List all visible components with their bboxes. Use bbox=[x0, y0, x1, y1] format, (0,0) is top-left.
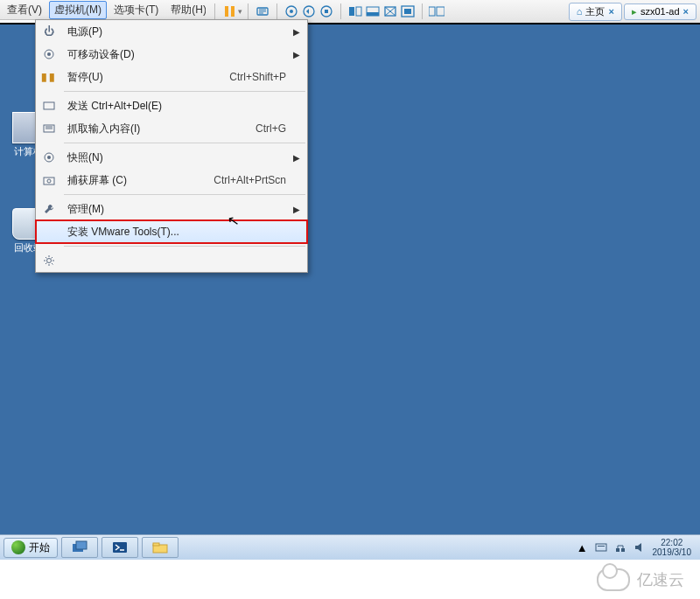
toolbar-separator bbox=[214, 3, 215, 19]
gear-icon bbox=[43, 254, 55, 267]
submenu-arrow-icon: ▶ bbox=[293, 205, 300, 214]
pause-icon: ▮▮ bbox=[41, 71, 57, 83]
tab-label: szx01-ad bbox=[640, 6, 680, 17]
pause-button[interactable] bbox=[220, 3, 238, 20]
taskbar-pin-explorer[interactable] bbox=[142, 537, 178, 558]
menu-view[interactable]: 查看(V) bbox=[2, 1, 47, 19]
tray-volume-icon[interactable] bbox=[634, 541, 646, 554]
guest-taskbar: 开始 ▲ 22:02 2019/3/10 bbox=[0, 534, 700, 560]
svg-rect-26 bbox=[44, 102, 54, 109]
svg-rect-13 bbox=[429, 7, 435, 16]
explorer-icon bbox=[151, 540, 169, 554]
svg-rect-21 bbox=[598, 546, 605, 547]
windows-orb-icon bbox=[11, 540, 25, 554]
svg-point-25 bbox=[47, 52, 51, 56]
wrench-icon bbox=[43, 203, 55, 215]
toolbar-separator bbox=[248, 3, 248, 19]
menu-item-power[interactable]: ⏻ 电源(P) ▶ bbox=[36, 20, 307, 43]
home-icon: ⌂ bbox=[577, 6, 583, 17]
svg-rect-16 bbox=[76, 541, 87, 549]
watermark-bar: 亿速云 bbox=[0, 560, 700, 599]
svg-rect-7 bbox=[356, 7, 361, 16]
menu-divider bbox=[64, 194, 305, 195]
start-button[interactable]: 开始 bbox=[4, 538, 58, 558]
menu-item-settings[interactable] bbox=[36, 249, 307, 272]
snapshot-revert-button[interactable] bbox=[300, 3, 318, 20]
menu-item-capture-screen[interactable]: 捕获屏幕 (C) Ctrl+Alt+PrtScn bbox=[36, 169, 307, 192]
menu-vm[interactable]: 虚拟机(M) bbox=[49, 1, 107, 19]
menu-item-send-cad[interactable]: 发送 Ctrl+Alt+Del(E) bbox=[36, 94, 307, 117]
menu-tabs[interactable]: 选项卡(T) bbox=[108, 1, 164, 19]
tab-strip: ⌂ 主页 × ▸ szx01-ad × bbox=[569, 3, 696, 21]
tab-close-icon[interactable]: × bbox=[683, 6, 689, 17]
library-button[interactable] bbox=[428, 3, 445, 20]
usb-icon bbox=[43, 48, 55, 60]
send-icon bbox=[43, 101, 55, 111]
svg-rect-12 bbox=[404, 9, 411, 14]
tab-close-icon[interactable]: × bbox=[608, 6, 613, 17]
menu-item-suspend[interactable]: ▮▮ 暂停(U) Ctrl+Shift+P bbox=[36, 66, 307, 88]
svg-point-2 bbox=[290, 10, 293, 13]
send-cad-button[interactable] bbox=[254, 3, 271, 20]
toolbar-separator bbox=[276, 3, 277, 19]
toolbar-separator bbox=[422, 3, 423, 19]
watermark-text: 亿速云 bbox=[637, 569, 684, 590]
system-tray: ▲ 22:02 2019/3/10 bbox=[577, 538, 696, 557]
menu-item-install-vmware-tools[interactable]: 安装 VMware Tools(T)... bbox=[35, 219, 308, 244]
svg-rect-30 bbox=[44, 178, 54, 185]
svg-point-31 bbox=[47, 179, 51, 183]
menu-item-removable[interactable]: 可移动设备(D) ▶ bbox=[36, 43, 307, 66]
tray-action-center-icon[interactable] bbox=[595, 541, 607, 554]
tray-network-icon[interactable] bbox=[614, 541, 626, 554]
server-manager-icon bbox=[71, 540, 88, 554]
vm-menu: ⏻ 电源(P) ▶ 可移动设备(D) ▶ ▮▮ 暂停(U) Ctrl+Shift… bbox=[35, 19, 308, 273]
svg-point-29 bbox=[47, 156, 51, 159]
snapshot-take-button[interactable] bbox=[283, 3, 300, 20]
svg-rect-20 bbox=[596, 544, 606, 551]
svg-rect-6 bbox=[349, 7, 354, 16]
capture-icon bbox=[43, 175, 55, 185]
powershell-icon bbox=[111, 540, 129, 554]
view-fullscreen-button[interactable] bbox=[399, 3, 416, 20]
svg-rect-14 bbox=[437, 7, 444, 16]
tab-home[interactable]: ⌂ 主页 × bbox=[569, 3, 622, 21]
svg-rect-23 bbox=[621, 548, 625, 552]
clock-date: 2019/3/10 bbox=[653, 547, 692, 557]
menu-item-manage[interactable]: 管理(M) ▶ bbox=[36, 198, 307, 220]
snapshot-manage-button[interactable] bbox=[318, 3, 335, 20]
clock-time: 22:02 bbox=[653, 538, 692, 547]
grab-icon bbox=[43, 123, 55, 134]
taskbar-pin-powershell[interactable] bbox=[102, 537, 138, 558]
menu-item-grab-input[interactable]: 抓取输入内容(I) Ctrl+G bbox=[36, 117, 307, 140]
toolbar-separator bbox=[340, 3, 341, 19]
vm-icon: ▸ bbox=[632, 6, 637, 17]
svg-rect-9 bbox=[367, 12, 379, 16]
tray-clock[interactable]: 22:02 2019/3/10 bbox=[653, 538, 692, 557]
power-icon: ⏻ bbox=[44, 25, 54, 38]
svg-point-32 bbox=[47, 259, 52, 263]
tray-flag-icon[interactable]: ▲ bbox=[577, 541, 588, 554]
snapshot-icon bbox=[43, 151, 55, 164]
menu-item-snapshot[interactable]: 快照(N) ▶ bbox=[36, 146, 307, 169]
tab-label: 主页 bbox=[585, 5, 605, 18]
svg-rect-19 bbox=[153, 543, 159, 546]
start-label: 开始 bbox=[29, 540, 50, 555]
svg-rect-22 bbox=[616, 548, 620, 552]
view-single-button[interactable] bbox=[346, 3, 364, 20]
menu-divider bbox=[64, 143, 305, 143]
submenu-arrow-icon: ▶ bbox=[293, 50, 300, 59]
svg-rect-5 bbox=[325, 10, 328, 13]
view-console-button[interactable] bbox=[364, 3, 382, 20]
taskbar-pin-server-manager[interactable] bbox=[61, 537, 98, 558]
dropdown-caret-icon[interactable]: ▾ bbox=[238, 7, 242, 16]
menu-divider bbox=[64, 91, 305, 92]
view-unity-button[interactable] bbox=[382, 3, 399, 20]
cloud-icon bbox=[597, 568, 630, 591]
tab-vm[interactable]: ▸ szx01-ad × bbox=[624, 3, 696, 20]
submenu-arrow-icon: ▶ bbox=[293, 153, 300, 163]
submenu-arrow-icon: ▶ bbox=[293, 27, 300, 37]
menu-divider bbox=[64, 246, 305, 247]
